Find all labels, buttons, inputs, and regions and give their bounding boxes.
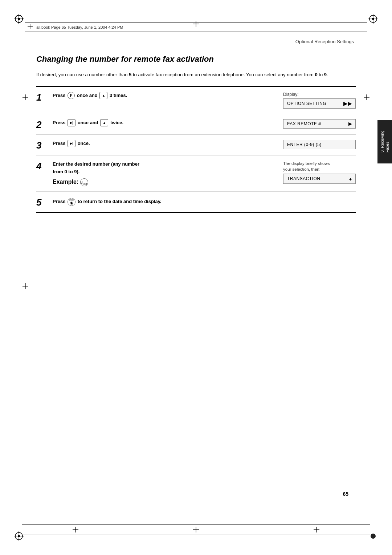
step-3-number: 3	[36, 140, 49, 150]
step-5-number: 5	[36, 197, 49, 207]
svg-point-14	[371, 534, 376, 539]
step-1-row: 1 Press F once and 3 times. Display:	[36, 87, 356, 114]
crosshair-bottom-center-right	[314, 527, 319, 534]
display-box-1: OPTION SETTING ▶▶	[283, 98, 356, 109]
display-box-3: ENTER (0-9) (5)	[283, 140, 356, 149]
crosshair-bottom-center	[193, 527, 199, 534]
step-5-content: Press to return to the date and time dis…	[49, 197, 356, 206]
step-3-row: 3 Press ▶| once. ENTER (0-9) (5)	[36, 135, 356, 155]
step-1-number: 1	[36, 92, 49, 102]
step-4-display: The display briefly showsyour selection,…	[276, 161, 356, 187]
stop-button-icon	[68, 198, 75, 206]
step-3-content: Press ▶| once.	[49, 140, 276, 147]
step-4-subtext: The display briefly showsyour selection,…	[283, 161, 356, 172]
step-4-example: Example: 3DEF	[53, 178, 276, 186]
arrow-updown-icon-2	[100, 119, 108, 126]
step-5-instruction: Press to return to the date and time dis…	[53, 197, 356, 206]
step-2-number: 2	[36, 119, 49, 129]
right-side-crosshair	[364, 94, 369, 102]
left-side-crosshair	[23, 94, 28, 102]
display-label-1: Display:	[283, 92, 356, 97]
step-3-display: ENTER (0-9) (5)	[276, 140, 356, 150]
step-1-instruction: Press F once and 3 times.	[53, 92, 276, 100]
step-4-number: 4	[36, 161, 49, 171]
step-4-content: Enter the desired number (any numberfrom…	[49, 161, 276, 187]
intro-paragraph: If desired, you can use a number other t…	[36, 71, 356, 79]
left-side-crosshair-2	[23, 283, 28, 291]
display-box-4: TRANSACTION ⬥	[283, 174, 356, 184]
step-1-display: Display: OPTION SETTING ▶▶	[276, 92, 356, 109]
chapter-title: Changing the number for remote fax activ…	[36, 54, 356, 64]
f-button-icon: F	[68, 92, 75, 99]
crosshair-bottom-center-left	[73, 527, 78, 534]
reg-mark-bottom-left	[14, 531, 24, 541]
display-box-2: FAX REMOTE # ▶	[283, 119, 356, 129]
step-4-instruction: Enter the desired number (any numberfrom…	[53, 161, 276, 176]
next-button-icon-2: ▶|	[68, 119, 75, 126]
filled-circle-top-left	[14, 14, 24, 25]
main-content: Changing the number for remote fax activ…	[36, 54, 356, 213]
step-4-row: 4 Enter the desired number (any numberfr…	[36, 155, 356, 192]
side-tab: 3. ReceivingFaxes	[377, 120, 392, 163]
crosshair-left	[28, 24, 33, 31]
next-button-icon-3: ▶|	[68, 140, 75, 147]
step-2-row: 2 Press ▶| once and twice. FAX REMOT	[36, 114, 356, 135]
section-label: Optional Reception Settings	[295, 38, 354, 45]
arrow-updown-icon-1	[99, 92, 107, 99]
example-number-icon: 3DEF	[80, 178, 88, 186]
step-3-instruction: Press ▶| once.	[53, 140, 276, 147]
step-2-display: FAX REMOTE # ▶	[276, 119, 356, 129]
step-2-instruction: Press ▶| once and twice.	[53, 119, 276, 127]
page-number: 65	[343, 491, 348, 497]
reg-mark-top-right	[368, 14, 378, 24]
step-1-content: Press F once and 3 times.	[49, 92, 276, 100]
file-info: all.book Page 65 Tuesday, June 1, 2004 4…	[36, 25, 123, 29]
steps-table: 1 Press F once and 3 times. Display:	[36, 86, 356, 213]
step-2-content: Press ▶| once and twice.	[49, 119, 276, 127]
reg-mark-bottom-right	[368, 531, 378, 541]
step-5-row: 5 Press to return to the date and time d…	[36, 192, 356, 212]
crosshair-top-center	[193, 21, 199, 28]
